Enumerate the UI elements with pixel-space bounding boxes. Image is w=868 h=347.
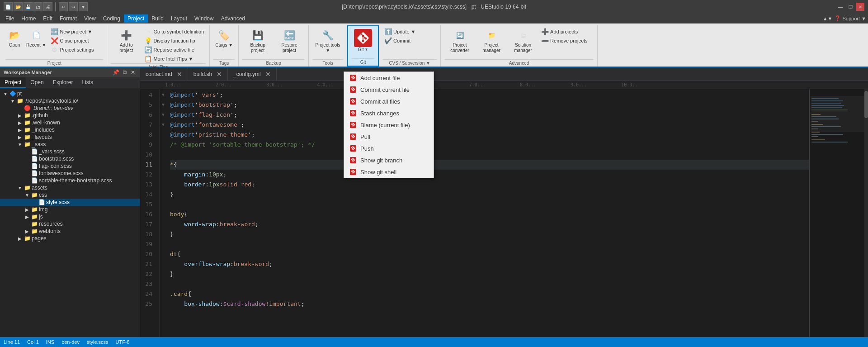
solution-manager-button[interactable]: 🗂 Solution manager — [508, 27, 538, 54]
editor-body[interactable]: 4 5 6 7 8 9 10 11 12 13 14 15 16 17 18 1… — [140, 89, 868, 337]
open-button[interactable]: 📂 Open — [5, 27, 24, 49]
project-tools-button[interactable]: 🔧 Project tools ▼ — [312, 27, 343, 54]
add-current-file-item[interactable]: Add current file — [344, 72, 434, 84]
close-tab-button[interactable]: ✕ — [177, 71, 182, 78]
save-icon[interactable]: 💾 — [24, 2, 33, 11]
menu-home[interactable]: Home — [18, 14, 39, 23]
restore-button[interactable]: ❐ — [846, 3, 854, 11]
update-button[interactable]: ⬆️ Update ▼ — [382, 27, 437, 36]
menu-view[interactable]: View — [80, 14, 99, 23]
workspace-close-button[interactable]: ✕ — [130, 69, 136, 76]
menu-build[interactable]: Build — [148, 14, 167, 23]
display-function-tip-button[interactable]: 💡 Display function tip — [142, 36, 206, 45]
git-icon — [354, 29, 372, 47]
list-item[interactable]: ▶ 📁 _includes — [0, 126, 140, 133]
menu-project[interactable]: Project — [124, 14, 148, 23]
list-item[interactable]: ▶ 📄 flag-icon.scss — [0, 162, 140, 170]
fold-icon[interactable]: ▼ — [160, 120, 166, 130]
workspace-pin-button[interactable]: 📌 — [112, 69, 120, 76]
commit-all-files-item[interactable]: Commit all files — [344, 95, 434, 107]
project-converter-button[interactable]: 🔄 Project converter — [444, 27, 475, 54]
list-item[interactable]: ▶ 📁 _layouts — [0, 133, 140, 141]
minimap-scrollbar[interactable] — [864, 89, 868, 337]
tab-config-yml[interactable]: _config.yml ✕ — [228, 67, 277, 81]
pull-item[interactable]: Pull — [344, 131, 434, 143]
fold-icon[interactable]: ▼ — [160, 100, 166, 110]
more-intellitips-button[interactable]: 📋 More IntelliTips ▼ — [142, 54, 206, 63]
more-icon[interactable]: ▼ — [79, 2, 88, 11]
add-to-project-button[interactable]: ➕ Add to project — [111, 27, 142, 54]
list-item[interactable]: ▶ 📁 pages — [0, 235, 140, 242]
close-tab-button[interactable]: ✕ — [265, 71, 271, 78]
new-project-button[interactable]: 🆕 New project ▼ — [49, 27, 103, 36]
blame-current-file-item[interactable]: Blame (current file) — [344, 119, 434, 131]
list-item[interactable]: ▶ 📄 style.scss — [0, 199, 140, 206]
tab-lists[interactable]: Lists — [77, 77, 98, 88]
support-button[interactable]: Support ▼ — [843, 16, 866, 21]
fold-icon[interactable]: ▼ — [160, 90, 166, 100]
scrollbar-thumb[interactable] — [864, 91, 868, 118]
open-icon[interactable]: 📂 — [14, 2, 23, 11]
new-file-icon[interactable]: 📄 — [4, 2, 13, 11]
show-git-shell-item[interactable]: Show git shell — [344, 166, 434, 178]
list-item[interactable]: ▶ 🔴 Branch: ben-dev — [0, 105, 140, 112]
tab-build-sh[interactable]: build.sh ✕ — [188, 67, 228, 81]
tab-contact-md[interactable]: contact.md ✕ — [140, 67, 188, 81]
git-button[interactable]: Git ▼ — [352, 28, 374, 53]
close-button[interactable]: ✕ — [856, 3, 864, 11]
code-line: dt { — [170, 249, 809, 259]
list-item[interactable]: ▶ 📄 _vars.scss — [0, 148, 140, 155]
remove-projects-button[interactable]: ➖ Remove projects — [539, 36, 594, 45]
stash-changes-item[interactable]: Stash changes — [344, 107, 434, 119]
tab-open[interactable]: Open — [26, 77, 48, 88]
project-settings-button[interactable]: ⚙ Project settings — [49, 45, 103, 54]
menu-window[interactable]: Window — [191, 14, 217, 23]
backup-project-button[interactable]: 💾 Backup project — [242, 27, 273, 54]
list-item[interactable]: ▶ 📄 sortable-theme-bootstrap.scss — [0, 177, 140, 184]
list-item[interactable]: ▶ 📁 webfonts — [0, 228, 140, 235]
menu-advanced[interactable]: Advanced — [217, 14, 249, 23]
list-item[interactable]: ▶ 📄 bootstrap.scss — [0, 155, 140, 162]
minimize-button[interactable]: — — [836, 3, 844, 11]
minimap-panel — [809, 89, 868, 337]
menu-edit[interactable]: Edit — [39, 14, 56, 23]
list-item[interactable]: ▼ 📁 .\repos\privacytools.io\ — [0, 97, 140, 105]
tab-explorer[interactable]: Explorer — [48, 77, 78, 88]
show-git-branch-item[interactable]: Show git branch — [344, 154, 434, 166]
restore-project-button[interactable]: 🔙 Restore project — [274, 27, 305, 54]
list-item[interactable]: ▶ 📄 fontawesome.scss — [0, 170, 140, 177]
code-line — [170, 239, 809, 249]
list-item[interactable]: ▶ 📁 .github — [0, 112, 140, 119]
list-item[interactable]: ▶ 📁 resources — [0, 220, 140, 228]
close-tab-button[interactable]: ✕ — [217, 71, 222, 78]
list-item[interactable]: ▼ 📁 css — [0, 191, 140, 199]
commit-button[interactable]: ✔️ Commit — [382, 36, 437, 45]
save-all-icon[interactable]: 🗂 — [33, 2, 42, 11]
tab-project[interactable]: Project — [0, 77, 26, 88]
list-item[interactable]: ▼ 📁 assets — [0, 184, 140, 191]
close-project-button[interactable]: ❌ Close project — [49, 36, 103, 45]
undo-icon[interactable]: ↩ — [59, 2, 68, 11]
goto-symbol-button[interactable]: → Go to symbol definition — [142, 27, 206, 36]
project-manager-button[interactable]: 📁 Project manager — [476, 27, 507, 54]
list-item[interactable]: ▼ 🔷 pt — [0, 90, 140, 97]
menu-layout[interactable]: Layout — [167, 14, 191, 23]
list-item[interactable]: ▶ 📁 js — [0, 213, 140, 220]
list-item[interactable]: ▼ 📁 _sass — [0, 141, 140, 148]
fold-icon[interactable]: ▼ — [160, 110, 166, 120]
menu-format[interactable]: Format — [56, 14, 80, 23]
list-item[interactable]: ▶ 📁 .well-known — [0, 119, 140, 126]
recent-button[interactable]: 📄 Recent ▼ — [24, 27, 48, 49]
workspace-float-button[interactable]: ⧉ — [122, 69, 128, 76]
ctags-button[interactable]: 🏷️ Ctags ▼ — [213, 27, 235, 49]
print-icon[interactable]: 🖨 — [43, 2, 52, 11]
add-projects-button[interactable]: ➕ Add projects — [539, 27, 594, 36]
push-item[interactable]: Push — [344, 143, 434, 154]
redo-icon[interactable]: ↪ — [69, 2, 78, 11]
menu-file[interactable]: File — [2, 14, 18, 23]
list-item[interactable]: ▶ 📁 img — [0, 206, 140, 213]
code-editor[interactable]: @import '_vars'; @import 'bootstrap'; @i… — [166, 89, 809, 337]
reparse-button[interactable]: 🔄 Reparse active file — [142, 45, 206, 54]
commit-current-file-item[interactable]: Commit current file — [344, 84, 434, 95]
menu-coding[interactable]: Coding — [99, 14, 124, 23]
